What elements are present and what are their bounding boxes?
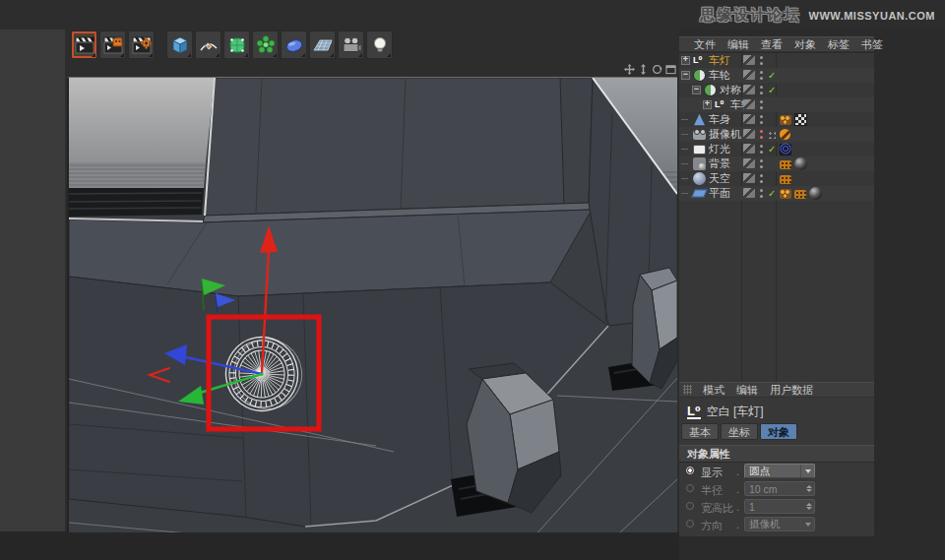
field-control[interactable]: 1 <box>744 499 815 514</box>
protection-tag[interactable] <box>780 129 790 140</box>
enable-toggle[interactable] <box>768 113 778 125</box>
dropdown-arrow-icon[interactable] <box>800 465 814 477</box>
layer-color-box[interactable] <box>743 70 755 80</box>
object-row[interactable]: 平面 <box>679 186 874 201</box>
expander-toggle[interactable] <box>703 100 712 109</box>
object-row[interactable]: 摄像机 <box>679 127 874 142</box>
spinner-arrows-icon[interactable] <box>804 485 814 492</box>
object-row[interactable]: 车灯 <box>679 53 874 68</box>
menu-item[interactable]: 编辑 <box>722 37 755 52</box>
enable-toggle[interactable] <box>768 54 778 66</box>
maximize-icon[interactable] <box>665 64 676 75</box>
phong-tag[interactable] <box>780 189 791 199</box>
expander-toggle[interactable] <box>692 86 701 94</box>
expander-toggle[interactable] <box>681 178 688 179</box>
rotate-icon[interactable] <box>652 64 662 75</box>
spinner-arrows-icon[interactable] <box>804 503 814 510</box>
field-key-radio[interactable] <box>686 520 694 528</box>
layer-color-box[interactable] <box>743 85 755 94</box>
expander-toggle[interactable] <box>681 134 688 135</box>
field-key-radio[interactable] <box>686 502 694 510</box>
render-settings-button[interactable] <box>128 31 155 59</box>
phong-tag[interactable] <box>780 115 791 125</box>
attribute-tab[interactable]: 基本 <box>681 423 719 440</box>
expander-toggle[interactable] <box>681 149 688 150</box>
attribute-tab[interactable]: 坐标 <box>721 423 758 440</box>
visibility-dots[interactable] <box>760 174 763 177</box>
dropdown-arrow-icon[interactable] <box>800 518 814 530</box>
attribute-tab[interactable]: 对象 <box>760 423 797 440</box>
floor-environment-button[interactable] <box>309 31 336 59</box>
enable-toggle[interactable] <box>768 98 778 110</box>
layer-color-box[interactable] <box>743 144 755 154</box>
compositing-tag[interactable] <box>794 190 806 199</box>
compositing-tag[interactable] <box>780 160 791 169</box>
field-control[interactable]: 10 cm <box>744 481 815 496</box>
object-row[interactable]: 车轮 <box>679 97 874 112</box>
field-key-radio[interactable] <box>686 467 694 474</box>
visibility-dots[interactable] <box>760 56 763 59</box>
object-manager[interactable]: 车灯 车轮 对称 <box>679 53 874 382</box>
layer-color-box[interactable] <box>743 114 755 124</box>
lens-deformer-button[interactable] <box>281 31 307 59</box>
layer-color-box[interactable] <box>743 55 755 65</box>
enable-toggle[interactable] <box>768 131 776 139</box>
menu-item[interactable]: 编辑 <box>730 383 764 398</box>
field-control[interactable]: 圆点 <box>744 464 815 478</box>
enable-toggle[interactable] <box>768 187 778 199</box>
expander-toggle[interactable] <box>681 163 688 164</box>
object-row[interactable]: 对称 <box>679 83 874 97</box>
render-view-button[interactable] <box>71 31 97 59</box>
expander-toggle[interactable] <box>681 56 690 65</box>
light-button[interactable] <box>366 31 393 59</box>
target-tag[interactable] <box>780 144 791 156</box>
pan-icon[interactable] <box>624 64 635 75</box>
menu-item[interactable]: 模式 <box>697 383 730 398</box>
camera-button[interactable] <box>338 31 364 59</box>
expander-toggle[interactable] <box>681 119 688 120</box>
layer-color-box[interactable] <box>743 158 755 168</box>
visibility-dots[interactable] <box>760 145 763 148</box>
primitive-cube-button[interactable] <box>166 31 193 59</box>
spline-pen-button[interactable] <box>195 31 221 59</box>
field-control[interactable]: 摄像机 <box>744 517 815 531</box>
array-modeling-button[interactable] <box>252 31 279 59</box>
layer-color-box[interactable] <box>743 173 755 183</box>
object-row[interactable]: 车身 <box>679 112 874 127</box>
checker-tag[interactable] <box>794 113 807 126</box>
layer-color-box[interactable] <box>743 99 755 109</box>
menu-item[interactable]: 文件 <box>688 37 722 52</box>
visibility-dots[interactable] <box>760 71 763 74</box>
enable-toggle[interactable] <box>768 143 778 155</box>
enable-toggle[interactable] <box>768 157 778 169</box>
3d-viewport[interactable] <box>67 77 677 532</box>
menu-item[interactable]: 查看 <box>755 37 788 52</box>
render-region-button[interactable] <box>99 31 126 59</box>
visibility-dots[interactable] <box>760 115 763 118</box>
expander-toggle[interactable] <box>681 71 690 80</box>
object-row[interactable]: 车轮 <box>679 68 874 83</box>
dolly-icon[interactable] <box>638 64 649 75</box>
menu-item[interactable]: 用户数据 <box>764 383 819 398</box>
field-key-radio[interactable] <box>686 484 694 492</box>
object-row[interactable]: 天空 <box>679 171 874 186</box>
layer-color-box[interactable] <box>743 188 755 198</box>
enable-toggle[interactable] <box>768 84 778 95</box>
material-tag[interactable] <box>809 187 822 200</box>
visibility-dots[interactable] <box>760 189 763 192</box>
material-tag[interactable] <box>794 157 807 170</box>
menu-item[interactable]: 标签 <box>822 37 855 52</box>
visibility-dots[interactable] <box>760 100 763 103</box>
visibility-dots[interactable] <box>760 86 763 89</box>
visibility-dots[interactable] <box>760 159 763 162</box>
layer-color-box[interactable] <box>743 129 755 139</box>
enable-toggle[interactable] <box>768 172 778 184</box>
menu-item[interactable]: 对象 <box>788 37 822 52</box>
menu-item[interactable]: 书签 <box>855 37 889 52</box>
object-row[interactable]: 背景 <box>679 156 874 171</box>
expander-toggle[interactable] <box>681 193 688 194</box>
subdivision-surface-button[interactable] <box>223 31 250 59</box>
enable-toggle[interactable] <box>768 69 778 81</box>
visibility-dots[interactable] <box>760 130 763 133</box>
compositing-tag[interactable] <box>780 175 791 184</box>
